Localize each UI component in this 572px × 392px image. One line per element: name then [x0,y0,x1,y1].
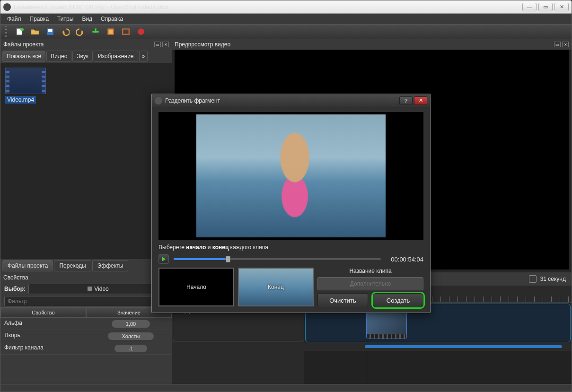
panel-undock-icon[interactable]: ▭ [154,42,161,47]
properties-panel-header: Свойства ▭ ✕ [0,272,172,283]
clip-name-input[interactable] [317,277,423,290]
dialog-instruction: Выберете начало и конец каждого клипа [158,244,423,251]
clip-name-label: Название клипа [317,268,423,274]
file-thumbnail [5,68,46,94]
status-bar [0,384,572,392]
file-filter-tabs: Показать всё Видео Звук Изображение » [0,50,172,63]
menu-edit[interactable]: Правка [26,15,53,23]
dialog-icon [155,97,162,105]
dialog-close-button[interactable]: ✕ [414,96,427,105]
files-panel-header: Файлы проекта ▭ ✕ [0,39,172,50]
open-project-icon[interactable] [31,27,39,36]
create-button[interactable]: Создать [373,293,423,307]
menu-help[interactable]: Справка [97,15,127,23]
property-row[interactable]: Альфа 1,00 [0,318,172,330]
minimize-button[interactable]: — [522,3,537,11]
timeline-scrollbar[interactable] [365,345,562,348]
svg-rect-6 [123,29,129,34]
panel-undock-icon[interactable]: ▭ [554,42,561,47]
property-row[interactable]: Фильтр канала -1 [0,342,172,355]
menu-view[interactable]: Вид [78,15,96,23]
titlebar: Безымянный проект [HDV 720 24p] - OpenSh… [0,0,572,14]
timeline-duration: 31 секунд [540,276,566,282]
clear-button[interactable]: Очистить [317,293,368,307]
close-button[interactable]: ✕ [554,3,569,11]
zoom-slider-icon[interactable] [529,275,537,283]
new-project-icon[interactable] [16,27,24,36]
svg-point-7 [138,28,144,35]
tab-transitions[interactable]: Переходы [54,260,91,271]
dialog-timecode: 00:00:54:04 [386,256,423,263]
menu-titles[interactable]: Титры [53,15,77,23]
preview-panel-header: Предпросмотр видео ▭ ✕ [172,39,572,50]
toolbar [0,24,572,39]
dialog-position-slider[interactable] [174,258,381,260]
filter-video[interactable]: Видео [46,51,71,62]
filter-all[interactable]: Показать всё [2,51,45,62]
dialog-title: Разделить фрагмент [165,97,220,104]
menu-bar: Файл Правка Титры Вид Справка [0,14,572,24]
maximize-button[interactable]: ▭ [538,3,553,11]
app-icon [3,3,11,11]
profile-icon[interactable] [106,27,115,36]
panel-close-icon[interactable]: ✕ [162,42,169,47]
svg-point-1 [20,28,24,31]
redo-icon[interactable] [76,27,85,36]
tab-effects[interactable]: Эффекты [92,260,129,271]
undo-icon[interactable] [61,27,70,36]
filter-audio[interactable]: Звук [72,51,93,62]
window-title: Безымянный проект [HDV 720 24p] - OpenSh… [14,4,169,10]
dialog-preview[interactable] [158,112,423,240]
property-header-name[interactable]: Свойство [0,307,86,318]
save-project-icon[interactable] [46,27,54,36]
filter-more-icon[interactable]: » [139,51,148,62]
panel-close-icon[interactable]: ✕ [562,42,569,47]
selection-dropdown[interactable]: Video▾ [28,284,168,294]
split-clip-dialog: Разделить фрагмент ? ✕ Выберете начало и… [151,94,431,313]
tab-project-files[interactable]: Файлы проекта [2,260,53,271]
dialog-help-button[interactable]: ? [399,96,413,105]
fullscreen-icon[interactable] [122,27,130,36]
export-icon[interactable] [137,27,145,36]
menu-file[interactable]: Файл [3,15,25,23]
filter-image[interactable]: Изображение [94,51,138,62]
svg-rect-3 [48,29,53,32]
svg-rect-5 [109,30,113,34]
start-frame-button[interactable]: Начало [158,268,234,306]
project-files-list[interactable]: Video.mp4 [0,63,172,259]
selection-label: Выбор: [4,286,26,292]
end-frame-button[interactable]: Конец [238,268,314,306]
dialog-play-button[interactable] [158,254,169,264]
import-icon[interactable] [91,27,100,36]
property-row[interactable]: Якорь Холсты [0,330,172,342]
property-filter-input[interactable] [4,296,168,306]
file-label: Video.mp4 [5,96,36,104]
file-item[interactable]: Video.mp4 [5,68,167,104]
